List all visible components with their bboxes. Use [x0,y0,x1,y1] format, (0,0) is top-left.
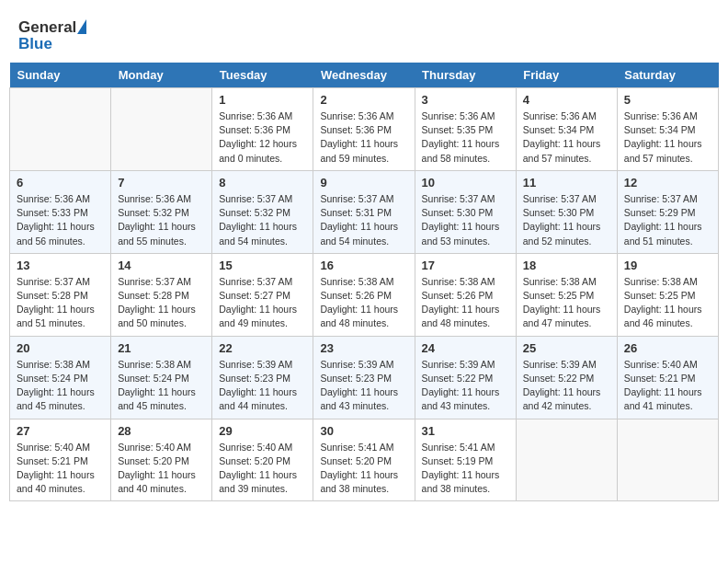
day-number: 3 [422,93,509,107]
day-info: Sunrise: 5:40 AM Sunset: 5:21 PM Dayligh… [624,358,711,414]
day-number: 24 [422,341,509,355]
weekday-header-tuesday: Tuesday [212,63,313,88]
day-number: 23 [320,341,407,355]
day-number: 25 [523,341,610,355]
day-number: 15 [219,259,306,272]
day-number: 26 [624,341,711,355]
calendar-cell: 21Sunrise: 5:38 AM Sunset: 5:24 PM Dayli… [111,336,212,419]
day-number: 14 [118,259,205,272]
weekday-header-wednesday: Wednesday [313,63,415,88]
weekday-header-saturday: Saturday [617,63,718,88]
calendar-cell: 25Sunrise: 5:39 AM Sunset: 5:22 PM Dayli… [516,336,617,419]
day-info: Sunrise: 5:38 AM Sunset: 5:24 PM Dayligh… [17,358,104,414]
day-info: Sunrise: 5:40 AM Sunset: 5:20 PM Dayligh… [118,441,205,497]
page-header: General Blue [9,9,719,58]
day-info: Sunrise: 5:39 AM Sunset: 5:23 PM Dayligh… [320,358,407,414]
day-number: 18 [523,259,610,272]
calendar-cell: 12Sunrise: 5:37 AM Sunset: 5:29 PM Dayli… [617,170,718,253]
day-info: Sunrise: 5:36 AM Sunset: 5:35 PM Dayligh… [422,109,509,166]
day-info: Sunrise: 5:38 AM Sunset: 5:26 PM Dayligh… [422,275,509,331]
calendar-week-row: 1Sunrise: 5:36 AM Sunset: 5:36 PM Daylig… [10,88,719,171]
day-info: Sunrise: 5:39 AM Sunset: 5:22 PM Dayligh… [422,358,509,414]
calendar-week-row: 20Sunrise: 5:38 AM Sunset: 5:24 PM Dayli… [10,336,719,419]
day-number: 21 [118,341,205,355]
calendar-cell [617,419,718,501]
day-number: 10 [422,176,509,190]
calendar-table: SundayMondayTuesdayWednesdayThursdayFrid… [9,63,719,501]
day-number: 11 [523,176,610,190]
day-number: 16 [320,259,407,272]
logo: General Blue [18,18,86,53]
calendar-cell: 2Sunrise: 5:36 AM Sunset: 5:36 PM Daylig… [313,88,415,171]
day-info: Sunrise: 5:37 AM Sunset: 5:29 PM Dayligh… [624,192,711,248]
calendar-cell: 13Sunrise: 5:37 AM Sunset: 5:28 PM Dayli… [10,253,111,336]
day-info: Sunrise: 5:41 AM Sunset: 5:20 PM Dayligh… [320,441,407,497]
calendar-cell: 9Sunrise: 5:37 AM Sunset: 5:31 PM Daylig… [313,170,415,253]
calendar-cell: 4Sunrise: 5:36 AM Sunset: 5:34 PM Daylig… [516,88,617,171]
day-number: 7 [118,176,205,190]
calendar-cell: 18Sunrise: 5:38 AM Sunset: 5:25 PM Dayli… [516,253,617,336]
calendar-cell: 20Sunrise: 5:38 AM Sunset: 5:24 PM Dayli… [10,336,111,419]
calendar-cell: 28Sunrise: 5:40 AM Sunset: 5:20 PM Dayli… [111,419,212,501]
day-info: Sunrise: 5:41 AM Sunset: 5:19 PM Dayligh… [422,441,509,497]
day-info: Sunrise: 5:37 AM Sunset: 5:27 PM Dayligh… [219,275,306,331]
calendar-cell: 11Sunrise: 5:37 AM Sunset: 5:30 PM Dayli… [516,170,617,253]
calendar-cell [10,88,111,171]
weekday-header-friday: Friday [516,63,617,88]
calendar-cell: 17Sunrise: 5:38 AM Sunset: 5:26 PM Dayli… [415,253,516,336]
calendar-cell: 24Sunrise: 5:39 AM Sunset: 5:22 PM Dayli… [415,336,516,419]
day-info: Sunrise: 5:36 AM Sunset: 5:32 PM Dayligh… [118,192,205,248]
calendar-cell: 31Sunrise: 5:41 AM Sunset: 5:19 PM Dayli… [415,419,516,501]
weekday-header-monday: Monday [111,63,212,88]
calendar-cell [111,88,212,171]
calendar-cell: 5Sunrise: 5:36 AM Sunset: 5:34 PM Daylig… [617,88,718,171]
calendar-cell: 3Sunrise: 5:36 AM Sunset: 5:35 PM Daylig… [415,88,516,171]
day-number: 2 [320,93,407,107]
day-info: Sunrise: 5:38 AM Sunset: 5:25 PM Dayligh… [523,275,610,331]
day-number: 27 [17,424,104,438]
day-info: Sunrise: 5:37 AM Sunset: 5:28 PM Dayligh… [118,275,205,331]
day-number: 6 [17,176,104,190]
calendar-cell: 6Sunrise: 5:36 AM Sunset: 5:33 PM Daylig… [10,170,111,253]
day-info: Sunrise: 5:38 AM Sunset: 5:24 PM Dayligh… [118,358,205,414]
calendar-cell: 14Sunrise: 5:37 AM Sunset: 5:28 PM Dayli… [111,253,212,336]
calendar-cell: 30Sunrise: 5:41 AM Sunset: 5:20 PM Dayli… [313,419,415,501]
day-info: Sunrise: 5:39 AM Sunset: 5:23 PM Dayligh… [219,358,306,414]
weekday-header-row: SundayMondayTuesdayWednesdayThursdayFrid… [10,63,719,88]
calendar-cell: 15Sunrise: 5:37 AM Sunset: 5:27 PM Dayli… [212,253,313,336]
calendar-cell: 26Sunrise: 5:40 AM Sunset: 5:21 PM Dayli… [617,336,718,419]
logo-blue: Blue [18,35,52,53]
day-number: 28 [118,424,205,438]
day-number: 4 [523,93,610,107]
calendar-cell: 10Sunrise: 5:37 AM Sunset: 5:30 PM Dayli… [415,170,516,253]
day-info: Sunrise: 5:39 AM Sunset: 5:22 PM Dayligh… [523,358,610,414]
day-number: 19 [624,259,711,272]
logo-general: General [18,18,76,37]
calendar-cell: 8Sunrise: 5:37 AM Sunset: 5:32 PM Daylig… [212,170,313,253]
calendar-cell: 22Sunrise: 5:39 AM Sunset: 5:23 PM Dayli… [212,336,313,419]
calendar-cell: 7Sunrise: 5:36 AM Sunset: 5:32 PM Daylig… [111,170,212,253]
day-info: Sunrise: 5:36 AM Sunset: 5:36 PM Dayligh… [219,109,306,166]
day-info: Sunrise: 5:36 AM Sunset: 5:34 PM Dayligh… [523,109,610,166]
day-number: 1 [219,93,306,107]
day-info: Sunrise: 5:38 AM Sunset: 5:26 PM Dayligh… [320,275,407,331]
calendar-week-row: 13Sunrise: 5:37 AM Sunset: 5:28 PM Dayli… [10,253,719,336]
calendar-week-row: 6Sunrise: 5:36 AM Sunset: 5:33 PM Daylig… [10,170,719,253]
logo-triangle-icon [77,19,86,34]
calendar-cell: 19Sunrise: 5:38 AM Sunset: 5:25 PM Dayli… [617,253,718,336]
day-info: Sunrise: 5:37 AM Sunset: 5:28 PM Dayligh… [17,275,104,331]
day-info: Sunrise: 5:36 AM Sunset: 5:33 PM Dayligh… [17,192,104,248]
day-number: 9 [320,176,407,190]
day-number: 22 [219,341,306,355]
calendar-cell [516,419,617,501]
day-info: Sunrise: 5:38 AM Sunset: 5:25 PM Dayligh… [624,275,711,331]
day-info: Sunrise: 5:40 AM Sunset: 5:20 PM Dayligh… [219,441,306,497]
day-info: Sunrise: 5:36 AM Sunset: 5:36 PM Dayligh… [320,109,407,166]
day-number: 12 [624,176,711,190]
calendar-cell: 23Sunrise: 5:39 AM Sunset: 5:23 PM Dayli… [313,336,415,419]
calendar-cell: 27Sunrise: 5:40 AM Sunset: 5:21 PM Dayli… [10,419,111,501]
day-number: 20 [17,341,104,355]
calendar-cell: 29Sunrise: 5:40 AM Sunset: 5:20 PM Dayli… [212,419,313,501]
weekday-header-sunday: Sunday [10,63,111,88]
day-info: Sunrise: 5:37 AM Sunset: 5:30 PM Dayligh… [422,192,509,248]
